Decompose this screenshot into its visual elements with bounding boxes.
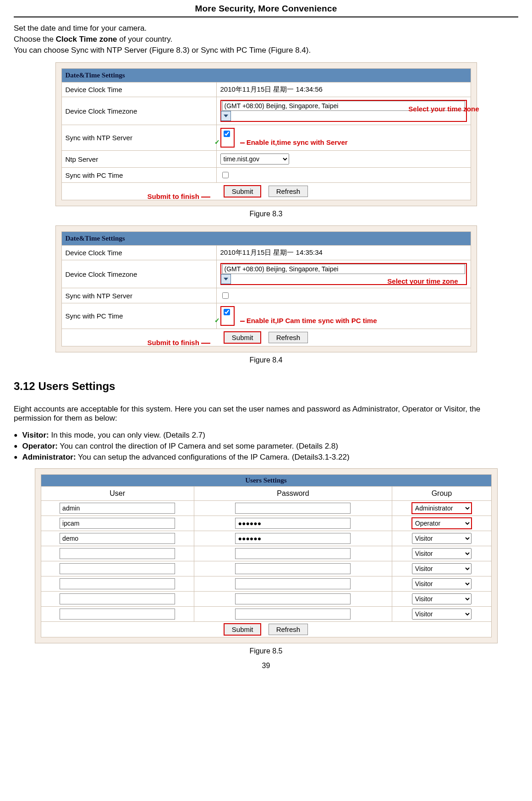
text: Choose the: [14, 35, 56, 44]
intro-line-3: You can choose Sync with NTP Server (Fig…: [14, 46, 518, 55]
bold-clock-tz: Clock Time zone: [56, 35, 117, 44]
password-input[interactable]: [235, 548, 351, 559]
row-label: Sync with PC Time: [61, 303, 216, 329]
figure-caption: Figure 8.3: [55, 210, 477, 218]
submit-button[interactable]: Submit: [224, 332, 261, 343]
user-input[interactable]: [60, 563, 175, 574]
row-label: Device Clock Timezone: [61, 260, 216, 288]
ntp-server-select[interactable]: time.nist.gov: [220, 154, 289, 165]
password-input[interactable]: [235, 503, 351, 514]
row-label: Sync with PC Time: [61, 168, 216, 183]
page-header: More Security, More Convenience: [14, 0, 518, 17]
users-intro: Eight accounts are acceptable for this s…: [14, 405, 518, 423]
table-row: Visitor: [41, 576, 491, 592]
submit-button[interactable]: Submit: [224, 624, 261, 635]
intro-line-1: Set the date and time for your camera.: [14, 24, 518, 33]
role-visitor: Visitor: In this mode, you can only view…: [23, 431, 518, 440]
user-input[interactable]: [60, 518, 175, 529]
group-select[interactable]: Visitor: [412, 578, 472, 589]
user-input[interactable]: [60, 533, 175, 544]
password-input[interactable]: [235, 563, 351, 574]
sync-pc-checkbox[interactable]: [224, 309, 230, 315]
chevron-down-icon[interactable]: [221, 111, 231, 121]
group-select[interactable]: Visitor: [412, 593, 472, 604]
user-input[interactable]: [60, 609, 175, 620]
col-user: User: [41, 487, 194, 501]
row-label: Sync with NTP Server: [61, 288, 216, 303]
roles-list: Visitor: In this mode, you can only view…: [14, 431, 518, 462]
sync-ntp-checkbox[interactable]: [224, 131, 230, 137]
row-value: 2010年11月15日 星期一 14:35:34: [216, 246, 471, 260]
table-row: Visitor: [41, 592, 491, 607]
group-select[interactable]: Operator: [412, 518, 472, 529]
user-input[interactable]: [60, 578, 175, 589]
table-row: Visitor: [41, 546, 491, 561]
row-label: Device Clock Time: [61, 82, 216, 97]
refresh-button[interactable]: Refresh: [269, 624, 308, 635]
figure-8-5-panel: Users Settings User Password Group Admin…: [35, 468, 498, 643]
sync-pc-checkbox[interactable]: [222, 172, 229, 178]
row-label: Device Clock Time: [61, 246, 216, 260]
timezone-select[interactable]: [222, 101, 465, 111]
refresh-button[interactable]: Refresh: [269, 186, 308, 197]
col-group: Group: [392, 487, 491, 501]
page-number: 39: [14, 662, 518, 670]
password-input[interactable]: [235, 578, 351, 589]
figure-8-4-panel: Date&Time Settings Device Clock Time 201…: [55, 225, 477, 352]
table-row: Visitor: [41, 531, 491, 546]
panel-title: Users Settings: [41, 475, 491, 487]
annotation-enable-pc: Enable it,IP Cam time sync with PC time: [247, 317, 377, 324]
chevron-down-icon[interactable]: [221, 274, 231, 284]
row-label: Device Clock Timezone: [61, 97, 216, 125]
group-select[interactable]: Administrator: [412, 503, 472, 514]
role-operator: Operator: You can control the direction …: [23, 442, 518, 451]
figure-caption: Figure 8.5: [35, 647, 498, 655]
user-input[interactable]: [60, 593, 175, 604]
user-input[interactable]: [60, 548, 175, 559]
row-label: Ntp Server: [61, 151, 216, 168]
figure-8-3-panel: Date&Time Settings Device Clock Time 201…: [55, 62, 477, 206]
timezone-select[interactable]: [222, 264, 465, 274]
intro-line-2: Choose the Clock Time zone of your count…: [14, 35, 518, 44]
table-row: Administrator: [41, 501, 491, 516]
row-label: Sync with NTP Server: [61, 125, 216, 151]
intro-block: Set the date and time for your camera. C…: [14, 24, 518, 55]
password-input[interactable]: [235, 593, 351, 604]
password-input[interactable]: [235, 609, 351, 620]
password-input[interactable]: [235, 533, 351, 544]
group-select[interactable]: Visitor: [412, 533, 472, 544]
group-select[interactable]: Visitor: [412, 609, 472, 620]
group-select[interactable]: Visitor: [412, 563, 472, 574]
section-heading: 3.12 Users Settings: [14, 380, 518, 393]
table-row: Operator: [41, 516, 491, 531]
submit-button[interactable]: Submit: [224, 186, 261, 197]
panel-title: Date&Time Settings: [61, 232, 471, 246]
role-admin: Administrator: You can setup the advance…: [23, 453, 518, 462]
table-row: Visitor: [41, 561, 491, 576]
row-value: 2010年11月15日 星期一 14:34:56: [216, 82, 471, 97]
figure-caption: Figure 8.4: [55, 356, 477, 364]
sync-ntp-checkbox[interactable]: [222, 292, 229, 299]
panel-title: Date&Time Settings: [61, 69, 471, 82]
table-row: Visitor: [41, 607, 491, 622]
col-pass: Password: [194, 487, 392, 501]
group-select[interactable]: Visitor: [412, 548, 472, 559]
refresh-button[interactable]: Refresh: [269, 332, 308, 343]
user-input[interactable]: [60, 503, 175, 514]
annotation-enable-ntp: Enable it,time sync with Server: [247, 138, 348, 146]
password-input[interactable]: [235, 518, 351, 529]
text: of your country.: [117, 35, 173, 44]
